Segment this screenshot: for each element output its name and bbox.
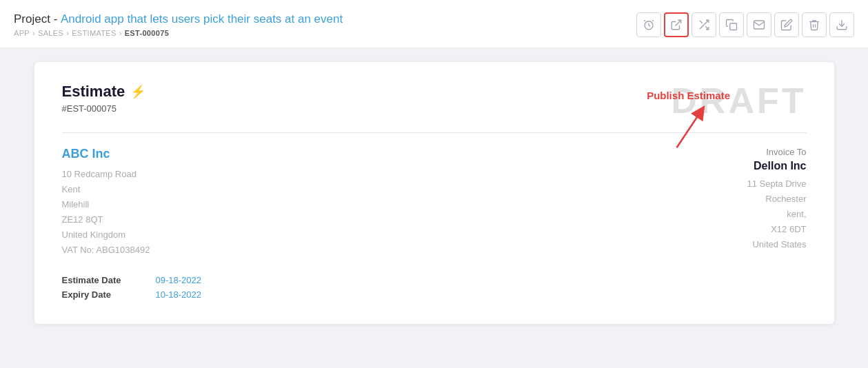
top-bar-left: Project - Android app that lets users pi…: [14, 12, 343, 37]
doc-title-text: Estimate: [62, 83, 125, 101]
expiry-date-label: Expiry Date: [62, 289, 145, 300]
from-line5: United Kingdom: [62, 227, 150, 243]
svg-line-4: [700, 21, 703, 23]
from-line3: Milehill: [62, 197, 150, 212]
lightning-icon: ⚡: [130, 84, 145, 99]
edit-button[interactable]: [774, 12, 799, 37]
from-line4: ZE12 8QT: [62, 212, 150, 227]
to-line1: 11 Septa Drive: [747, 176, 807, 192]
project-label: Project -: [14, 12, 61, 25]
breadcrumb-sep1: ›: [32, 29, 35, 37]
from-company-name: ABC Inc: [62, 147, 150, 161]
breadcrumb-sep2: ›: [66, 29, 69, 37]
breadcrumb-sales: SALES: [38, 29, 63, 37]
doc-title-area: Estimate ⚡ #EST-000075: [62, 83, 146, 114]
address-section: ABC Inc 10 Redcamp Road Kent Milehill ZE…: [62, 147, 807, 258]
download-button[interactable]: [829, 12, 854, 37]
to-line3: kent,: [747, 207, 807, 222]
toolbar: [636, 12, 854, 37]
estimate-date-row: Estimate Date 09-18-2022: [62, 275, 807, 285]
top-bar: Project - Android app that lets users pi…: [0, 0, 868, 48]
from-vat: VAT No: ABG1038492: [62, 243, 150, 258]
divider: [62, 132, 807, 133]
breadcrumb-current: EST-000075: [125, 29, 169, 37]
project-name: Android app that lets users pick their s…: [61, 12, 343, 25]
publish-button[interactable]: [664, 12, 689, 37]
from-address-lines: 10 Redcamp Road Kent Milehill ZE12 8QT U…: [62, 167, 150, 258]
email-button[interactable]: [747, 12, 771, 37]
to-line4: X12 6DT: [747, 222, 807, 237]
to-address: Invoice To Dellon Inc 11 Septa Drive Roc…: [747, 147, 807, 252]
estimate-date-label: Estimate Date: [62, 275, 145, 285]
from-line2: Kent: [62, 182, 150, 197]
breadcrumb-estimates: ESTIMATES: [72, 29, 117, 37]
expiry-date-value: 10-18-2022: [156, 289, 202, 300]
alarm-button[interactable]: [636, 12, 661, 37]
to-address-lines: 11 Septa Drive Rochester kent, X12 6DT U…: [747, 176, 807, 252]
doc-header: Estimate ⚡ #EST-000075 DRAFT: [62, 83, 807, 119]
shuffle-button[interactable]: [692, 12, 716, 37]
breadcrumb-app: APP: [14, 29, 30, 37]
from-line1: 10 Redcamp Road: [62, 167, 150, 182]
to-company-name: Dellon Inc: [747, 160, 807, 172]
project-title: Project - Android app that lets users pi…: [14, 12, 343, 26]
to-line5: United States: [747, 237, 807, 252]
main-content: Publish Estimate Estimate ⚡ #EST-000075 …: [0, 48, 868, 338]
to-line2: Rochester: [747, 192, 807, 207]
invoice-to-label: Invoice To: [747, 147, 807, 157]
doc-number: #EST-000075: [62, 103, 146, 114]
expiry-date-row: Expiry Date 10-18-2022: [62, 289, 807, 300]
estimate-date-value: 09-18-2022: [156, 275, 202, 285]
delete-button[interactable]: [802, 12, 827, 37]
breadcrumb-sep3: ›: [119, 29, 122, 37]
dates-section: Estimate Date 09-18-2022 Expiry Date 10-…: [62, 275, 807, 300]
document-card: Estimate ⚡ #EST-000075 DRAFT ABC Inc 10 …: [34, 62, 834, 324]
doc-title: Estimate ⚡: [62, 83, 146, 101]
copy-button[interactable]: [719, 12, 744, 37]
from-address: ABC Inc 10 Redcamp Road Kent Milehill ZE…: [62, 147, 150, 258]
draft-watermark: DRAFT: [671, 83, 806, 119]
svg-rect-5: [730, 23, 737, 30]
svg-line-1: [676, 20, 681, 25]
breadcrumb: APP › SALES › ESTIMATES › EST-000075: [14, 29, 343, 37]
